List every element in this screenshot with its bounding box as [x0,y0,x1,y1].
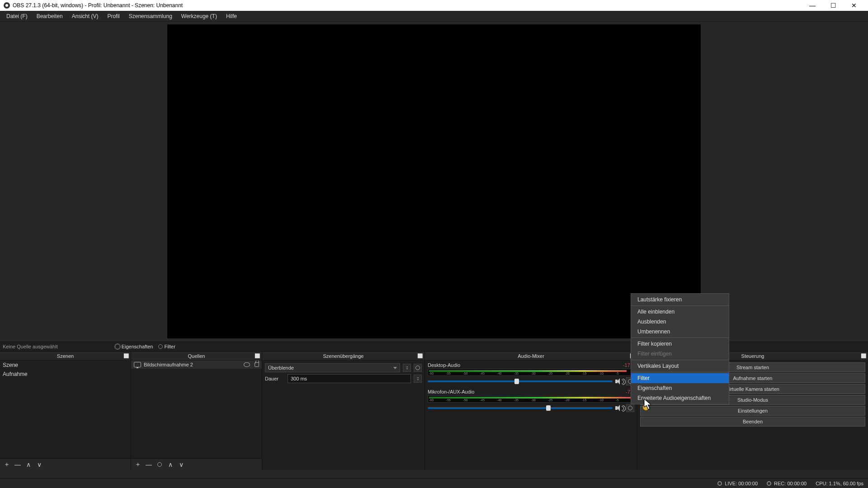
meter-tick: -30 [531,372,535,375]
menu-view[interactable]: Ansicht (V) [67,12,103,21]
properties-label: Eigenschaften [122,344,153,349]
popout-icon[interactable]: ⬜ [255,353,260,359]
controls-title: Steuerung [741,353,764,359]
gear-icon [628,406,632,410]
volume-slider[interactable] [428,407,613,409]
duration-input[interactable]: 300 ms [288,374,411,383]
transitions-header: Szenenübergänge ⬜ [262,352,425,361]
meter-tick: -5 [616,399,618,402]
context-separator [631,372,729,372]
rec-dot-icon [767,481,771,486]
live-dot-icon [717,481,722,486]
menu-file[interactable]: Datei (F) [2,12,32,21]
duration-label: Dauer [265,376,285,381]
popout-icon[interactable]: ⬜ [861,353,866,359]
meter-tick: -50 [463,399,467,402]
source-up-button[interactable]: ∧ [166,460,175,469]
meter-tick: -20 [565,372,570,375]
minimize-button[interactable]: — [802,0,823,11]
preview-area [0,22,868,342]
menu-edit[interactable]: Bearbeiten [32,12,67,21]
meter-tick: -10 [599,399,604,402]
slider-knob[interactable] [546,405,551,411]
speaker-icon[interactable] [615,405,623,411]
scenes-title: Szenen [57,353,74,359]
meter-tick: -50 [463,372,467,375]
audio-channel: Desktop-Audio -17.4 -60-55-50-45-40-35-3… [428,362,634,385]
speaker-icon[interactable] [615,378,623,385]
context-menu-item[interactable]: Filter kopieren [631,339,729,349]
scene-up-button[interactable]: ∧ [24,460,33,469]
status-bar: LIVE: 00:00:00 REC: 00:00:00 CPU: 1.1%, … [0,478,868,488]
source-settings-button[interactable] [156,460,164,469]
context-menu-item[interactable]: Vertikales Layout [631,361,729,371]
level-meter: -60-55-50-45-40-35-30-25-20-15-10-50 [428,395,634,403]
menu-tools[interactable]: Werkzeuge (T) [177,12,222,21]
meter-tick: -15 [582,372,586,375]
meter-tick: -55 [446,372,451,375]
source-item[interactable]: Bildschirmaufnahme 2 [131,361,262,369]
menu-profile[interactable]: Profil [103,12,124,21]
sources-dock: Quellen ⬜ Bildschirmaufnahme 2 ＋ — ∧ ∨ [131,352,262,470]
maximize-button[interactable]: ☐ [823,0,844,11]
visibility-toggle-icon[interactable] [244,362,250,367]
context-menu-item[interactable]: Lautstärke fixieren [631,295,729,305]
scene-down-button[interactable]: ∨ [35,460,43,469]
close-button[interactable]: ✕ [844,0,864,11]
popout-icon[interactable]: ⬜ [123,353,129,359]
lock-toggle-icon[interactable] [255,362,259,367]
scene-item[interactable]: Szene [0,361,131,370]
context-menu-item[interactable]: Umbenennen [631,327,729,337]
rec-status: REC: 00:00:00 [767,481,807,486]
control-button[interactable]: Beenden [640,417,865,427]
remove-scene-button[interactable]: — [14,460,22,469]
meter-tick: -55 [446,399,451,402]
add-source-button[interactable]: ＋ [134,460,142,469]
properties-button[interactable]: Eigenschaften [112,343,156,350]
context-menu-item[interactable]: Erweiterte Audioeigenschaften [631,393,729,403]
context-separator [631,305,729,306]
volume-slider[interactable] [428,380,613,382]
sources-list[interactable]: Bildschirmaufnahme 2 [131,361,262,458]
scene-item[interactable]: Aufnahme [0,370,131,379]
source-label: Bildschirmaufnahme 2 [144,362,193,367]
source-toolbar: Keine Quelle ausgewählt Eigenschaften Fi… [0,342,868,352]
remove-source-button[interactable]: — [145,460,153,469]
meter-tick: -10 [599,372,604,375]
live-status: LIVE: 00:00:00 [717,481,758,486]
context-separator [631,360,729,360]
transition-settings-button[interactable] [414,364,422,372]
scenes-list[interactable]: Szene Aufnahme [0,361,131,458]
context-menu-item[interactable]: Filter [631,373,729,383]
slider-knob[interactable] [514,379,519,384]
meter-tick: -35 [514,372,519,375]
filter-button[interactable]: Filter [156,343,178,350]
context-menu-item[interactable]: Alle einblenden [631,307,729,317]
level-meter: -60-55-50-45-40-35-30-25-20-15-10-50 [428,369,634,376]
meter-tick: -25 [548,372,552,375]
meter-tick: -30 [531,399,535,402]
transition-select[interactable]: Überblende [265,363,400,372]
context-menu-item[interactable]: Eigenschaften [631,383,729,393]
popout-icon[interactable]: ⬜ [417,353,423,359]
control-button[interactable]: Einstellungen [640,406,865,416]
scenes-dock: Szenen ⬜ Szene Aufnahme ＋ — ∧ ∨ [0,352,131,470]
menu-scene-collection[interactable]: Szenensammlung [124,12,177,21]
menu-help[interactable]: Hilfe [222,12,241,21]
duration-spinner[interactable] [414,375,422,383]
audio-mixer-dock: Audio-Mixer ⬜ Desktop-Audio -17.4 -60-55… [425,352,637,470]
source-down-button[interactable]: ∨ [177,460,185,469]
sources-title: Quellen [188,353,205,359]
audio-mixer-context-menu[interactable]: Lautstärke fixierenAlle einblendenAusble… [631,293,729,404]
channel-settings-button[interactable] [626,404,634,412]
meter-tick: -60 [429,372,434,375]
transition-add-remove[interactable] [403,364,411,372]
meter-tick: -45 [480,372,485,375]
menu-bar: Datei (F) Bearbeiten Ansicht (V) Profil … [0,11,868,22]
context-menu-item[interactable]: Ausblenden [631,317,729,327]
meter-tick: -15 [582,399,586,402]
preview-canvas[interactable] [167,24,701,338]
add-scene-button[interactable]: ＋ [3,460,11,469]
display-capture-icon [134,362,141,367]
window-title: OBS 27.1.3 (64-bit, windows) - Profil: U… [13,2,183,9]
